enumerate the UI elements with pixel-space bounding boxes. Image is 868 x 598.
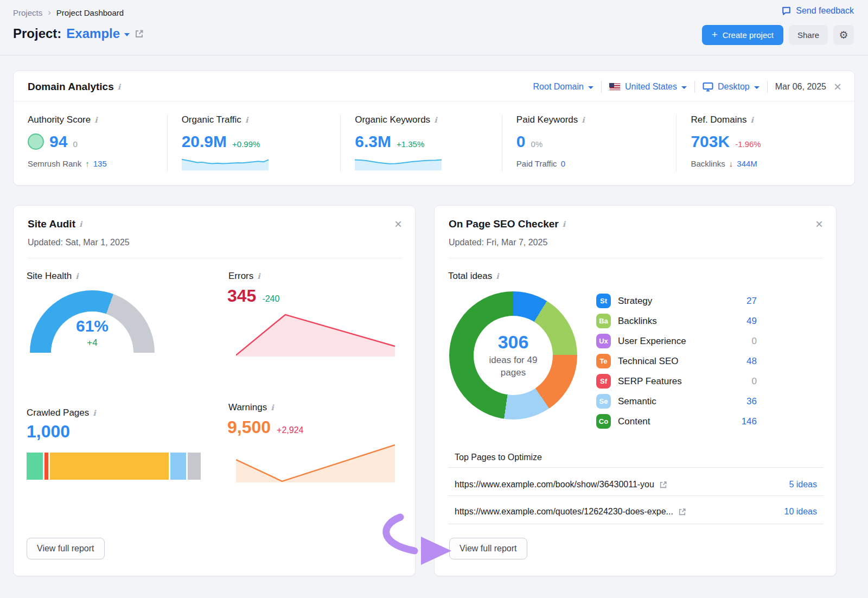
filter-divider: [601, 81, 602, 93]
paid-traffic-label: Paid Traffic: [516, 159, 557, 168]
top-page-row: https://www.example.com/quotes/12624230-…: [455, 502, 817, 521]
site-audit-updated: Updated: Sat, Mar 1, 2025: [28, 238, 402, 247]
site-health-delta: +4: [30, 338, 155, 348]
technical-seo-count[interactable]: 48: [746, 356, 757, 367]
strategy-count[interactable]: 27: [746, 296, 757, 307]
breadcrumb-current: Project Dashboard: [56, 8, 124, 17]
ideas-legend: St Strategy 27 Ba Backlinks 49 Ux User E…: [596, 291, 757, 431]
info-icon[interactable]: i: [271, 403, 273, 412]
send-feedback-link[interactable]: Send feedback: [781, 6, 854, 16]
errors-value[interactable]: 345: [227, 286, 256, 306]
external-link-icon: [659, 481, 667, 489]
donut-caption-line2: pages: [501, 367, 526, 378]
breadcrumb-projects[interactable]: Projects: [13, 8, 42, 17]
paid-traffic-value[interactable]: 0: [561, 159, 565, 168]
legend-row-technical-seo: Te Technical SEO 48: [596, 351, 757, 371]
breadcrumb-separator-icon: ›: [48, 7, 51, 18]
user-experience-label: User Experience: [618, 336, 686, 347]
content-badge-icon: Co: [596, 414, 611, 429]
close-icon[interactable]: ×: [815, 218, 823, 231]
device-dropdown[interactable]: Desktop: [703, 82, 760, 92]
organic-traffic-sparkline: [182, 155, 269, 170]
crawled-pages-bar-chart: [27, 453, 201, 480]
ref-domains-value[interactable]: 703K: [691, 132, 730, 151]
country-label: United States: [625, 82, 677, 92]
info-icon[interactable]: i: [563, 220, 565, 228]
info-icon[interactable]: i: [94, 116, 97, 124]
seo-view-full-report-button[interactable]: View full report: [449, 538, 527, 559]
crawled-pages-bar-segment: [188, 453, 201, 480]
technical-seo-label: Technical SEO: [618, 356, 679, 367]
authority-score-value[interactable]: 94: [49, 132, 67, 151]
semantic-count[interactable]: 36: [746, 396, 757, 407]
info-icon[interactable]: i: [257, 272, 260, 281]
chevron-down-icon: [681, 86, 687, 89]
ideas-count-link[interactable]: 10 ideas: [784, 507, 818, 517]
divider: [449, 258, 823, 258]
semrush-rank-value[interactable]: 135: [93, 159, 107, 168]
organic-keywords-value[interactable]: 6.3M: [355, 132, 391, 151]
info-icon[interactable]: i: [93, 409, 95, 417]
info-icon[interactable]: i: [75, 272, 78, 281]
legend-row-semantic: Se Semantic 36: [596, 391, 757, 411]
errors-block: Errors i: [228, 271, 260, 282]
close-icon[interactable]: ×: [394, 218, 402, 231]
info-icon[interactable]: i: [118, 82, 120, 91]
info-icon[interactable]: i: [750, 116, 753, 124]
organic-keywords-metric: Organic Keywords i 6.3M +1.35%: [340, 114, 502, 171]
domain-analytics-panel: Domain Analytics i Root Domain United St…: [13, 71, 855, 186]
crawled-pages-value[interactable]: 1,000: [27, 422, 70, 442]
on-page-seo-updated: Updated: Fri, Mar 7, 2025: [449, 238, 823, 247]
organic-traffic-label: Organic Traffic: [182, 114, 241, 125]
errors-label: Errors: [228, 271, 253, 282]
backlinks-idea-label: Backlinks: [618, 316, 657, 327]
root-domain-dropdown[interactable]: Root Domain: [533, 82, 593, 92]
authority-score-delta: 0: [73, 139, 77, 149]
us-flag-icon: [609, 83, 621, 91]
info-icon[interactable]: i: [582, 116, 584, 124]
country-dropdown[interactable]: United States: [609, 82, 687, 92]
warnings-value[interactable]: 9,500: [227, 417, 271, 437]
on-page-seo-checker-panel: On Page SEO Checker i × Updated: Fri, Ma…: [434, 205, 837, 576]
backlinks-value[interactable]: 344M: [737, 159, 757, 168]
warnings-block: Warnings i: [228, 402, 274, 413]
semantic-label: Semantic: [618, 396, 656, 407]
top-page-url-link[interactable]: https://www.example.com/book/show/364300…: [455, 480, 667, 489]
paid-keywords-value[interactable]: 0: [516, 132, 526, 151]
domain-analytics-filters: Root Domain United States Desktop Mar 06…: [533, 80, 841, 93]
domain-analytics-title: Domain Analytics: [28, 81, 114, 93]
info-icon[interactable]: i: [245, 116, 248, 124]
backlinks-count[interactable]: 49: [746, 316, 757, 327]
share-button[interactable]: Share: [789, 25, 828, 45]
top-pages-title: Top Pages to Optimize: [455, 453, 542, 462]
info-icon[interactable]: i: [79, 220, 82, 228]
external-link-icon[interactable]: [135, 29, 144, 39]
desktop-icon: [703, 82, 713, 92]
date-selector[interactable]: Mar 06, 2025: [775, 82, 826, 92]
organic-traffic-value[interactable]: 20.9M: [182, 132, 227, 151]
settings-button[interactable]: ⚙: [833, 25, 854, 45]
organic-keywords-label: Organic Keywords: [355, 114, 430, 125]
arrow-down-icon: ↓: [729, 159, 733, 168]
serp-features-count: 0: [752, 376, 757, 387]
info-icon[interactable]: i: [496, 272, 499, 281]
divider: [448, 524, 824, 524]
ideas-count-link[interactable]: 5 ideas: [789, 480, 817, 489]
top-page-url-link[interactable]: https://www.example.com/quotes/12624230-…: [455, 507, 686, 517]
create-project-button[interactable]: + Create project: [702, 25, 783, 45]
site-audit-view-full-report-button[interactable]: View full report: [27, 538, 105, 559]
legend-row-backlinks: Ba Backlinks 49: [596, 311, 757, 331]
external-link-icon: [678, 508, 686, 516]
user-experience-count: 0: [752, 336, 757, 347]
close-icon[interactable]: ×: [834, 80, 841, 93]
crawled-pages-block: Crawled Pages i: [27, 408, 96, 418]
content-count[interactable]: 146: [742, 416, 757, 427]
strategy-label: Strategy: [618, 296, 652, 307]
project-header: Project: Example: [13, 26, 144, 41]
project-label: Project:: [13, 26, 61, 41]
technical-seo-badge-icon: Te: [596, 354, 611, 368]
authority-score-metric: Authority Score i 94 0 Semrush Rank ↑ 13…: [14, 114, 167, 171]
project-selector[interactable]: Example: [66, 26, 130, 41]
arrow-up-icon: ↑: [85, 159, 90, 168]
info-icon[interactable]: i: [434, 116, 437, 124]
